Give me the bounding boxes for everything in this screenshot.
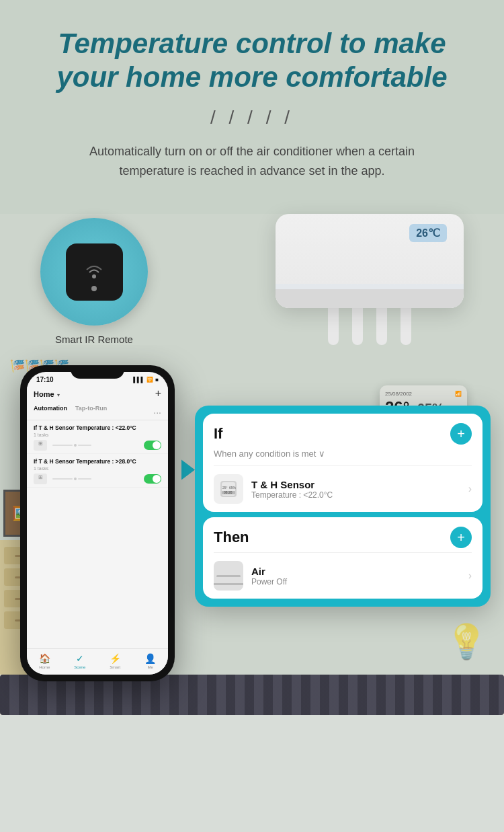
home-label-row: Home ▾ [34,387,60,400]
nav-smart-icon: ⚡ [110,653,121,664]
air-info: Air Power Off [251,566,460,587]
then-plus-button[interactable]: + [450,527,472,548]
nav-smart-item[interactable]: ⚡ Smart [110,653,121,669]
title-line1: Temperature control to make [58,28,446,59]
then-title: Then [214,529,249,546]
battery-icon: ■ [155,377,159,383]
nav-home-icon: 🏠 [39,653,50,664]
automation2-toggle-row: ⊞ [34,474,161,484]
th-sensor-icon: 25° 65% 08:26 [219,480,238,498]
air-chevron-icon: › [468,570,472,582]
mini-line-1 [52,445,73,446]
header-section: Temperature control to make your home mo… [0,0,504,214]
ac-leg-3 [376,305,387,345]
tab-tap-to-run[interactable]: Tap-to-Run [75,405,107,416]
wifi-signal-icon: 🛜 [146,377,153,383]
nav-smart-label: Smart [110,665,120,669]
automation2-toggle[interactable] [144,474,161,484]
phone-container: 17:10 ▌▌▌ 🛜 ■ Home ▾ [20,365,181,681]
automation2-title: If T & H Sensor Temperature : >28.0°C [34,458,161,465]
ac-leg-4 [401,305,411,345]
tab-automation[interactable]: Automation [34,405,67,416]
status-icons: ▌▌▌ 🛜 ■ [133,377,159,383]
ac-airflow [276,284,464,289]
ir-remote-circle [40,218,148,326]
air-icon-box [214,561,243,591]
nav-scene-icon: ✓ [76,653,84,664]
if-card-header: If + [203,414,482,449]
svg-text:25°: 25° [222,486,228,490]
ir-remote-section: Smart IR Remote [40,218,148,345]
title-line2: your home more comfortable [56,61,447,93]
nav-me-icon: 👤 [144,653,156,664]
mini-line-4 [78,478,91,480]
automation1-title: If T & H Sensor Temperature : <22.0°C [34,424,161,431]
ir-remote-label: Smart IR Remote [55,334,133,345]
phone-more-dots[interactable]: ... [153,405,161,416]
phone-frame: 17:10 ▌▌▌ 🛜 ■ Home ▾ [20,365,175,681]
sensor-chevron-icon: › [468,483,472,495]
if-plus-button[interactable]: + [450,423,472,445]
nav-home-item[interactable]: 🏠 Home [39,653,50,669]
then-card: Then + Air [203,517,482,599]
if-title: If [214,425,222,443]
automation-overlay: If + When any condition is met ∨ [195,406,491,607]
automation-item-1[interactable]: If T & H Sensor Temperature : <22.0°C 1 … [27,420,168,454]
nav-scene-label: Scene [74,665,85,669]
automation1-toggle-row: ⊞ [34,440,161,451]
phone-header: Home ▾ + [27,385,168,402]
automation1-toggle[interactable] [144,441,161,450]
svg-text:08:26: 08:26 [224,490,233,494]
sensor-detail: Temperature : <22.0°C [251,490,460,500]
ac-leg-1 [328,305,339,345]
th-sensor-date: 25/08/2002 📶 [385,391,462,397]
divider-slashes: / / / / / [27,107,477,128]
automation2-tasks: 1 tasks [34,466,161,471]
ac-display: 26℃ [409,224,447,242]
phone-notch [71,365,124,379]
th-wifi-icon: 📶 [455,391,462,397]
sensor-row[interactable]: 25° 65% 08:26 T & H Sensor Temperature :… [203,466,482,512]
ac-leg-2 [352,305,363,345]
mini-line-3 [52,478,73,480]
subtitle: Automatically turn on or off the air con… [71,142,433,181]
phone-plus-button[interactable]: + [155,387,161,400]
nav-me-label: Me [148,665,153,669]
automation-item-2[interactable]: If T & H Sensor Temperature : >28.0°C 1 … [27,454,168,488]
sensor-info: T & H Sensor Temperature : <22.0°C [251,479,460,500]
svg-point-0 [92,274,96,278]
mini-line-2 [78,445,91,446]
then-plus-label: + [457,530,465,545]
signal-icon: ▌▌▌ [133,377,144,383]
main-title: Temperature control to make your home mo… [27,27,477,95]
sensor-name: T & H Sensor [251,479,460,490]
th-date-text: 25/08/2002 [385,391,412,397]
air-device-row[interactable]: Air Power Off › [203,553,482,599]
mini-icon-1: ⊞ [34,440,47,451]
svg-text:65%: 65% [229,486,237,490]
ac-legs [328,305,411,345]
lamp-decoration: 💡 [446,622,487,661]
if-card: If + When any condition is met ∨ [203,414,482,512]
nav-me-item[interactable]: 👤 Me [144,653,156,669]
phone-screen: 17:10 ▌▌▌ 🛜 ■ Home ▾ [27,372,168,675]
ac-unit-section: 26℃ [276,214,464,345]
air-name: Air [251,566,460,577]
nav-scene-item[interactable]: ✓ Scene [74,653,85,669]
main-scene: 🎏🎏🎏🎏 🖼️ [0,345,504,715]
if-plus-label: + [457,426,465,442]
then-card-header: Then + [203,517,482,552]
page-wrapper: Temperature control to make your home mo… [0,0,504,715]
automation1-tasks: 1 tasks [34,432,161,437]
air-detail: Power Off [251,577,460,587]
mini-icon-2: ⊞ [34,474,47,484]
phone-bottom-nav: 🏠 Home ✓ Scene ⚡ Smart [27,648,168,675]
ir-remote-device [66,243,123,301]
sensor-icon-box: 25° 65% 08:26 [214,474,243,504]
wifi-icon [84,262,104,282]
speech-tail [181,459,195,480]
home-dropdown-icon[interactable]: ▾ [57,392,60,398]
ac-vent [276,289,464,308]
nav-home-label: Home [39,665,50,669]
ac-unit: 26℃ [276,214,464,308]
